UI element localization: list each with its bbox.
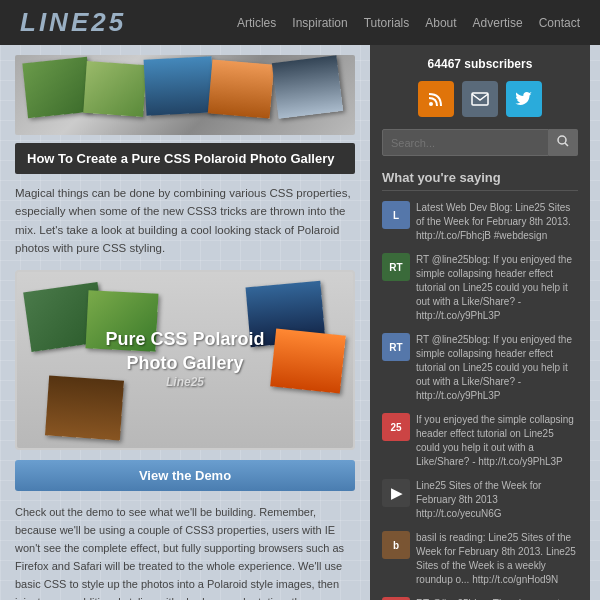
- hero-photo-4: [208, 59, 274, 118]
- tweet-item: bbasil is reading: Line25 Sites of the W…: [382, 531, 578, 587]
- nav-advertise[interactable]: Advertise: [473, 16, 523, 30]
- tweet-avatar: L: [382, 201, 410, 229]
- tweet-avatar: b: [382, 531, 410, 559]
- svg-rect-1: [472, 93, 488, 105]
- subscribers-number: 64467: [428, 57, 461, 71]
- view-demo-button[interactable]: View the Demo: [15, 460, 355, 491]
- email-icon[interactable]: [462, 81, 498, 117]
- tweet-item: RTRT @line25blog: If you enjoyed the sim…: [382, 333, 578, 403]
- tweet-avatar: ▶: [382, 479, 410, 507]
- rss-icon[interactable]: [418, 81, 454, 117]
- hero-photo-1: [22, 57, 92, 118]
- hero-photo-5: [272, 55, 343, 119]
- social-icons-row: [382, 81, 578, 117]
- tweet-item: ▶Line25 Sites of the Week for February 8…: [382, 479, 578, 521]
- demo-brand: Line25: [105, 375, 264, 391]
- tweet-avatar: 25: [382, 413, 410, 441]
- tweet-item: RTRT @line25blog: If you enjoyed the sim…: [382, 253, 578, 323]
- search-input[interactable]: [382, 129, 549, 156]
- sidebar: 64467 subscribers What: [370, 45, 590, 600]
- tweet-text: If you enjoyed the simple collapsing hea…: [416, 413, 578, 469]
- nav-inspiration[interactable]: Inspiration: [292, 16, 347, 30]
- nav-contact[interactable]: Contact: [539, 16, 580, 30]
- main-nav: Articles Inspiration Tutorials About Adv…: [237, 16, 580, 30]
- tweet-text: basil is reading: Line25 Sites of the We…: [416, 531, 578, 587]
- hero-image: [15, 55, 355, 135]
- what-saying-heading: What you're saying: [382, 170, 578, 191]
- hero-photo-2: [83, 61, 146, 117]
- site-header: LINE25 Articles Inspiration Tutorials Ab…: [0, 0, 600, 45]
- tweet-text: RT @line25blog: If you enjoyed the simpl…: [416, 253, 578, 323]
- tweet-text: RT @line25blog: If you enjoyed the simpl…: [416, 333, 578, 403]
- tweet-item: 25If you enjoyed the simple collapsing h…: [382, 413, 578, 469]
- tweet-avatar: RT: [382, 333, 410, 361]
- svg-point-2: [558, 136, 566, 144]
- demo-title-line1: Pure CSS Polaroid: [105, 328, 264, 351]
- nav-tutorials[interactable]: Tutorials: [364, 16, 410, 30]
- page-wrapper: LINE25 Articles Inspiration Tutorials Ab…: [0, 0, 600, 600]
- tweet-text: Line25 Sites of the Week for February 8t…: [416, 479, 578, 521]
- svg-point-0: [429, 102, 433, 106]
- nav-articles[interactable]: Articles: [237, 16, 276, 30]
- twitter-icon[interactable]: [506, 81, 542, 117]
- search-box: [382, 129, 578, 156]
- demo-title: Pure CSS Polaroid Photo Gallery Line25: [105, 328, 264, 390]
- svg-line-3: [565, 143, 568, 146]
- tweets-list: LLatest Web Dev Blog: Line25 Sites of th…: [382, 201, 578, 600]
- search-button[interactable]: [549, 129, 578, 156]
- main-layout: How To Create a Pure CSS Polaroid Photo …: [0, 45, 600, 600]
- demo-text-block: Pure CSS Polaroid Photo Gallery Line25: [105, 328, 264, 390]
- article-body: Check out the demo to see what we'll be …: [15, 503, 355, 600]
- article-title: How To Create a Pure CSS Polaroid Photo …: [15, 143, 355, 174]
- article-intro: Magical things can be done by combining …: [15, 184, 355, 258]
- tweet-text: Latest Web Dev Blog: Line25 Sites of the…: [416, 201, 578, 243]
- subscribers-count: 64467 subscribers: [382, 57, 578, 71]
- site-logo: LINE25: [20, 7, 126, 38]
- demo-title-line2: Photo Gallery: [105, 352, 264, 375]
- tweet-avatar: RT: [382, 253, 410, 281]
- demo-photo-4: [270, 328, 346, 393]
- nav-about[interactable]: About: [425, 16, 456, 30]
- article-content: How To Create a Pure CSS Polaroid Photo …: [0, 45, 370, 600]
- demo-preview-box: Pure CSS Polaroid Photo Gallery Line25: [15, 270, 355, 450]
- subscribers-label: subscribers: [464, 57, 532, 71]
- hero-photo-3: [144, 56, 215, 115]
- tweet-item: LLatest Web Dev Blog: Line25 Sites of th…: [382, 201, 578, 243]
